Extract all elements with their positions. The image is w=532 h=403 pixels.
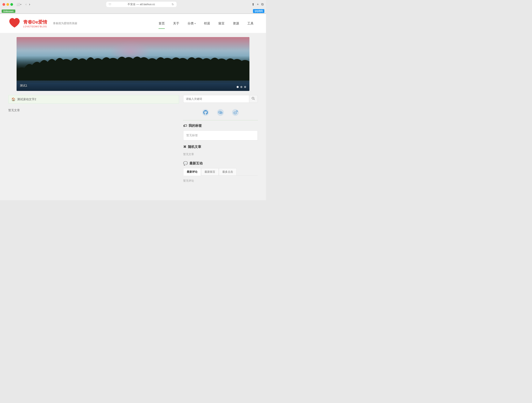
browser-actions: ⬆ + ⧉ (252, 2, 264, 6)
search-input[interactable] (183, 95, 249, 103)
random-title: ✖ 随机文章 (183, 145, 258, 149)
sidebar: 🏷 我的标签 暂无标签 ✖ 随机文章 暂无文章 💬 最新互动 (183, 95, 258, 188)
hero-dot-3[interactable] (244, 86, 246, 88)
tab-most-clicked[interactable]: 最多点击 (219, 168, 237, 175)
browser-chrome: ⬜ ▾ ‹ › 🛡 不安全 — a0.tashuo.cc ↻ ⬆ + ⧉ Unk… (0, 0, 266, 14)
site-nav: 首页 关于 分类 ▾ 邻居 留言 资源 工具 (154, 19, 258, 28)
tab-latest-guestbook[interactable]: 最新留言 (201, 168, 219, 175)
github-icon[interactable] (201, 108, 210, 117)
categories-dropdown-icon: ▾ (195, 22, 196, 25)
site-subtitle: LOVETEEMO'BLOG (23, 25, 47, 28)
traffic-lights (2, 3, 13, 6)
ticker-icon: 🏠 (11, 97, 16, 101)
close-button[interactable] (2, 3, 5, 6)
svg-point-5 (219, 112, 220, 112)
hero-banner: 测试1 (17, 37, 249, 91)
hero-dots (237, 86, 246, 88)
address-bar-wrap: 🛡 不安全 — a0.tashuo.cc ↻ (33, 2, 250, 7)
svg-point-0 (252, 97, 254, 99)
tags-title: 🏷 我的标签 (183, 124, 258, 128)
forward-button[interactable]: › (28, 2, 31, 7)
tags-section: 🏷 我的标签 暂无标签 (183, 124, 258, 141)
minimize-button[interactable] (6, 3, 9, 6)
maximize-button[interactable] (10, 3, 13, 6)
nav-categories[interactable]: 分类 ▾ (184, 19, 200, 28)
tags-box: 暂无标签 (183, 130, 258, 141)
logo-text: 青春De爱情 LOVETEEMO'BLOG (23, 19, 47, 28)
no-tags-text: 暂无标签 (186, 134, 198, 137)
new-tab-icon[interactable]: + (257, 2, 259, 6)
nav-neighbors[interactable]: 邻居 (200, 19, 214, 28)
search-button[interactable] (249, 95, 258, 103)
no-articles-text: 暂无文章 (8, 107, 179, 114)
ticker-bar: 🏠 测试滚动文字2 (8, 95, 179, 103)
no-random-text: 暂无文章 (183, 152, 258, 157)
page-content: 青春De爱情 LOVETEEMO'BLOG 青春因为爱情而美丽 首页 关于 分类… (0, 14, 266, 200)
site-tagline: 青春因为爱情而美丽 (53, 22, 77, 25)
interaction-tabs: 最新评论 最新留言 最多点击 (183, 168, 258, 176)
hero-image: 测试1 (17, 37, 249, 91)
hero-caption: 测试1 (20, 84, 27, 88)
svg-point-12 (234, 112, 235, 113)
hero-dot-1[interactable] (237, 86, 239, 88)
refresh-icon[interactable]: ↻ (172, 3, 174, 6)
main-content: 🏠 测试滚动文字2 暂无文章 (8, 95, 179, 188)
svg-point-2 (202, 109, 209, 116)
share-icon[interactable]: ⬆ (252, 2, 254, 6)
site-logo: 青春De爱情 LOVETEEMO'BLOG 青春因为爱情而美丽 (8, 17, 77, 30)
hero-dot-2[interactable] (240, 86, 242, 88)
search-box (183, 95, 258, 103)
weibo-icon[interactable] (231, 108, 240, 117)
site-title: 青春De爱情 (23, 19, 47, 25)
wechat-icon[interactable] (216, 108, 225, 117)
ticker-text: 测试滚动文字2 (17, 97, 36, 101)
nav-about[interactable]: 关于 (169, 19, 184, 28)
nav-home[interactable]: 首页 (154, 19, 169, 28)
svg-point-3 (217, 109, 224, 116)
interaction-icon: 💬 (183, 161, 188, 166)
url-text: 不安全 — a0.tashuo.cc (112, 2, 170, 6)
search-icon (252, 97, 255, 100)
logo-heart-icon (8, 17, 21, 30)
svg-line-1 (254, 99, 255, 100)
extension-bar: Unknown QQ访问 (0, 9, 266, 14)
nav-tools[interactable]: 工具 (243, 19, 258, 28)
address-bar[interactable]: 🛡 不安全 — a0.tashuo.cc ↻ (106, 2, 177, 7)
back-button[interactable]: ‹ (25, 2, 27, 7)
random-icon: ✖ (183, 145, 186, 149)
main-layout: 🏠 测试滚动文字2 暂无文章 (0, 91, 266, 192)
interactions-title: 💬 最新互动 (183, 161, 258, 166)
tabs-icon[interactable]: ⧉ (261, 2, 264, 6)
tag-icon: 🏷 (183, 124, 187, 128)
nav-guestbook[interactable]: 留言 (214, 19, 229, 28)
titlebar: ⬜ ▾ ‹ › 🛡 不安全 — a0.tashuo.cc ↻ ⬆ + ⧉ (0, 0, 266, 9)
hero-section: 测试1 (0, 33, 266, 91)
svg-point-9 (221, 113, 222, 113)
svg-point-13 (235, 112, 235, 113)
unknown-badge[interactable]: Unknown (2, 10, 15, 13)
svg-point-8 (221, 113, 221, 113)
tab-latest-comments[interactable]: 最新评论 (183, 168, 201, 176)
tree-silhouette-icon (17, 54, 249, 83)
site-header: 青春De爱情 LOVETEEMO'BLOG 青春因为爱情而美丽 首页 关于 分类… (0, 14, 266, 33)
social-icons (183, 106, 258, 120)
random-section: ✖ 随机文章 暂无文章 (183, 145, 258, 157)
interactions-section: 💬 最新互动 最新评论 最新留言 最多点击 暂无评论 (183, 161, 258, 184)
qq-badge[interactable]: QQ访问 (253, 9, 264, 13)
nav-resources[interactable]: 资源 (229, 19, 243, 28)
security-icon: 🛡 (109, 3, 111, 6)
nav-arrows: ‹ › (25, 2, 31, 7)
sidebar-toggle[interactable]: ⬜ ▾ (16, 3, 21, 6)
no-comments-text: 暂无评论 (183, 178, 258, 184)
